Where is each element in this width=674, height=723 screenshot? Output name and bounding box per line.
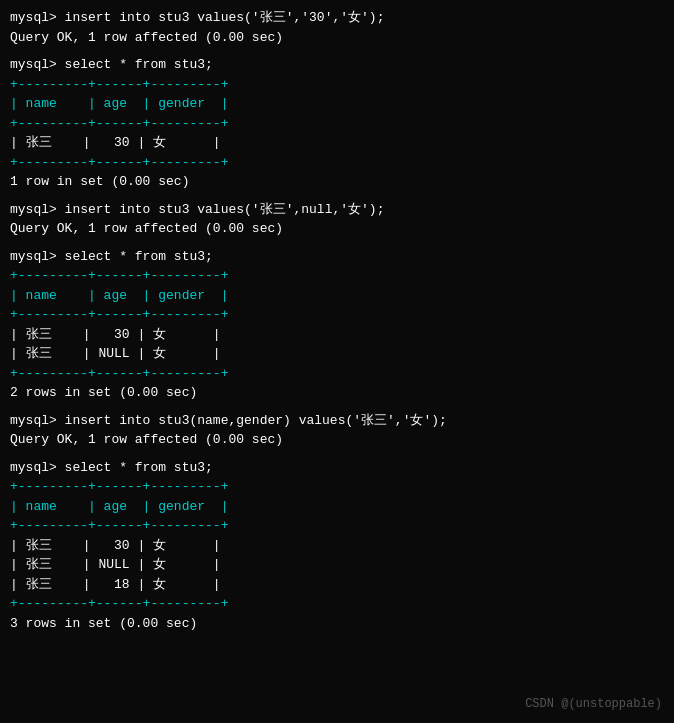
table-header-line: | name | age | gender | xyxy=(10,94,664,114)
output-line: 3 rows in set (0.00 sec) xyxy=(10,614,664,634)
table-row-line: | 张三 | 30 | 女 | xyxy=(10,536,664,556)
prompt-line: mysql> insert into stu3 values('张三','30'… xyxy=(10,8,664,28)
prompt-line: mysql> insert into stu3(name,gender) val… xyxy=(10,411,664,431)
table-row-line: | 张三 | 18 | 女 | xyxy=(10,575,664,595)
output-line: Query OK, 1 row affected (0.00 sec) xyxy=(10,219,664,239)
table-border-line: +---------+------+---------+ xyxy=(10,266,664,286)
table-row-line: | 张三 | NULL | 女 | xyxy=(10,344,664,364)
block-spacer xyxy=(10,450,664,458)
block-spacer xyxy=(10,403,664,411)
output-line: 1 row in set (0.00 sec) xyxy=(10,172,664,192)
prompt-line: mysql> select * from stu3; xyxy=(10,247,664,267)
table-border-line: +---------+------+---------+ xyxy=(10,75,664,95)
table-row-line: | 张三 | 30 | 女 | xyxy=(10,133,664,153)
watermark: CSDN @(unstoppable) xyxy=(525,697,662,711)
table-row-line: | 张三 | 30 | 女 | xyxy=(10,325,664,345)
terminal-content: mysql> insert into stu3 values('张三','30'… xyxy=(10,8,664,633)
table-border-line: +---------+------+---------+ xyxy=(10,114,664,134)
table-header-line: | name | age | gender | xyxy=(10,497,664,517)
table-header-line: | name | age | gender | xyxy=(10,286,664,306)
output-line: Query OK, 1 row affected (0.00 sec) xyxy=(10,28,664,48)
prompt-line: mysql> insert into stu3 values('张三',null… xyxy=(10,200,664,220)
block-spacer xyxy=(10,192,664,200)
output-line: Query OK, 1 row affected (0.00 sec) xyxy=(10,430,664,450)
table-row-line: | 张三 | NULL | 女 | xyxy=(10,555,664,575)
block-spacer xyxy=(10,47,664,55)
output-line: 2 rows in set (0.00 sec) xyxy=(10,383,664,403)
table-border-line: +---------+------+---------+ xyxy=(10,516,664,536)
prompt-line: mysql> select * from stu3; xyxy=(10,458,664,478)
table-border-line: +---------+------+---------+ xyxy=(10,364,664,384)
terminal-window: mysql> insert into stu3 values('张三','30'… xyxy=(0,0,674,723)
table-border-line: +---------+------+---------+ xyxy=(10,153,664,173)
block-spacer xyxy=(10,239,664,247)
table-border-line: +---------+------+---------+ xyxy=(10,477,664,497)
prompt-line: mysql> select * from stu3; xyxy=(10,55,664,75)
table-border-line: +---------+------+---------+ xyxy=(10,594,664,614)
table-border-line: +---------+------+---------+ xyxy=(10,305,664,325)
